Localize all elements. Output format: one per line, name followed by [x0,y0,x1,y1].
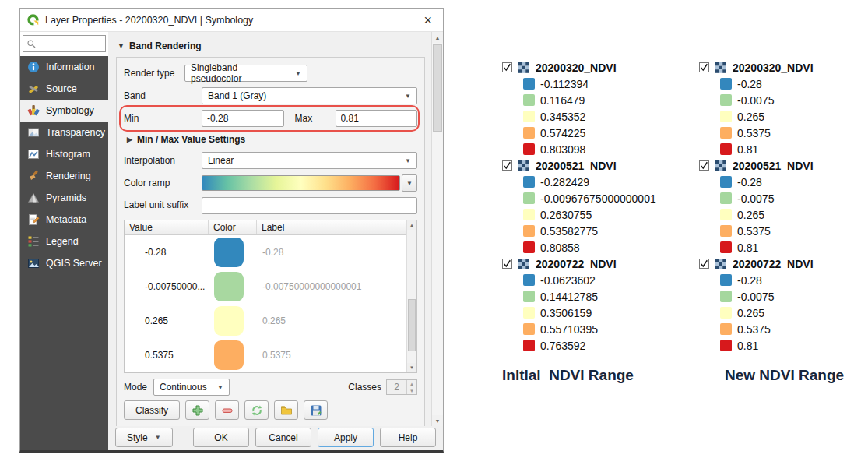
sidebar-item[interactable]: Metadata [20,209,108,231]
layer-header-row[interactable]: 20200521_NDVI [502,157,693,174]
layer-header-row[interactable]: 20200320_NDVI [502,59,693,76]
layer-name[interactable]: 20200722_NDVI [733,258,814,270]
save-color-map-button[interactable] [304,400,328,420]
class-value-label: 0.81 [737,143,758,156]
class-value-label: 0.53582775 [540,225,598,238]
checkmark-icon [503,161,511,170]
class-color-swatch [523,78,535,90]
search-input[interactable] [40,39,102,48]
color-swatch[interactable] [214,340,244,370]
class-color-swatch [523,176,535,188]
layer-header-row[interactable]: 20200722_NDVI [699,255,866,272]
sidebar-search[interactable] [23,35,106,52]
color-swatch[interactable] [214,272,244,301]
layer-visibility-checkbox[interactable] [502,160,512,171]
label-column-header[interactable]: Label [257,220,406,234]
color-swatch[interactable] [214,306,244,336]
help-button[interactable]: Help [380,428,436,447]
sidebar-item[interactable]: Transparency [20,122,108,143]
scrollbar-thumb[interactable] [408,299,416,351]
remove-class-button[interactable] [215,400,239,420]
color-ramp-bar[interactable] [202,175,400,191]
style-button[interactable]: Style ▼ [115,428,173,447]
sidebar-item[interactable]: Pyramids [20,187,108,209]
color-map-row[interactable]: 0.265 0.265 [125,304,406,338]
ok-button[interactable]: OK [193,428,249,447]
class-value-label: 0.763592 [540,340,585,352]
spinner-down-icon[interactable]: ▼ [407,387,416,394]
layer-name[interactable]: 20200521_NDVI [733,160,814,172]
reload-classes-button[interactable] [244,400,269,420]
add-class-button[interactable] [185,400,209,420]
legend-class-row: 0.53582775 [502,223,693,239]
layer-visibility-checkbox[interactable] [502,259,512,269]
layer-header-row[interactable]: 20200521_NDVI [699,157,866,174]
close-icon[interactable]: × [420,13,436,27]
class-value-label: -0.28 [737,78,762,90]
color-ramp-dropdown-button[interactable]: ▼ [402,174,417,192]
dialog-scrollbar[interactable]: ▲ ▼ [431,32,443,426]
apply-button[interactable]: Apply [318,428,374,447]
color-map-row[interactable]: -0.28 -0.28 [125,235,406,269]
color-map-row[interactable]: 0.5375 0.5375 [125,338,406,372]
table-scrollbar[interactable]: ▲ ▼ [406,220,416,372]
layer-visibility-checkbox[interactable] [699,160,709,171]
sidebar-item[interactable]: Source [20,78,108,100]
scroll-up-icon[interactable]: ▲ [432,32,443,43]
min-max-row: Min Max [124,110,417,127]
sidebar-item[interactable]: Rendering [20,165,108,187]
legend-class-row: 0.2630755 [502,206,693,223]
checkmark-icon [700,259,708,268]
layer-name[interactable]: 20200320_NDVI [536,62,617,74]
band-dropdown[interactable]: Band 1 (Gray) ▼ [202,87,417,104]
scroll-down-icon[interactable]: ▼ [407,363,416,372]
classify-button[interactable]: Classify [124,400,180,420]
info-icon [27,61,40,73]
band-rendering-header[interactable]: ▼ Band Rendering [118,41,425,51]
scroll-up-icon[interactable]: ▲ [407,220,416,230]
layer-header-row[interactable]: 20200722_NDVI [502,255,693,272]
sidebar-item-label: Rendering [46,171,91,181]
legend-class-row: 0.5375 [699,223,866,239]
sidebar-item[interactable]: Legend [20,231,108,252]
classes-spinner[interactable]: 2 ▲▼ [386,379,417,395]
layer-header-row[interactable]: 20200320_NDVI [699,59,866,76]
raster-layer-icon [715,160,727,172]
sidebar-item[interactable]: QGIS Server [20,252,108,274]
color-map-row[interactable]: -0.00750000... -0.00750000000000001 [125,269,406,304]
load-color-map-button[interactable] [274,400,298,420]
minmax-settings-header[interactable]: ▶ Min / Max Value Settings [127,134,417,145]
sidebar-item[interactable]: Histogram [20,143,108,165]
initial-range-caption: Initial NDVI Range [502,367,693,384]
sidebar-item[interactable]: Symbology [20,100,108,122]
layer-name[interactable]: 20200521_NDVI [536,160,617,172]
cancel-button[interactable]: Cancel [255,428,311,447]
layer-visibility-checkbox[interactable] [502,62,512,72]
raster-layer-icon [518,258,530,270]
layer-visibility-checkbox[interactable] [699,62,709,72]
mode-dropdown[interactable]: Continuous ▼ [153,379,230,396]
max-input[interactable] [336,110,418,127]
class-value-label: 0.14412785 [540,291,598,303]
color-column-header[interactable]: Color [209,220,257,234]
legend-class-row: 0.574225 [502,125,693,141]
label-unit-suffix-input[interactable] [202,197,417,214]
min-input[interactable] [202,110,284,127]
spinner-up-icon[interactable]: ▲ [407,380,416,387]
layer-group: 20200722_NDVI -0.28 -0.0075 0.265 [699,255,866,354]
layer-visibility-checkbox[interactable] [699,259,709,269]
layer-group: 20200521_NDVI -0.282429 -0.0096767500000… [502,157,693,255]
class-color-swatch [720,192,732,204]
scrollbar-thumb[interactable] [433,44,442,132]
color-swatch[interactable] [214,238,244,267]
render-type-dropdown[interactable]: Singleband pseudocolor ▼ [184,65,307,82]
scroll-down-icon[interactable]: ▼ [432,415,443,426]
layer-name[interactable]: 20200722_NDVI [536,258,617,270]
class-color-swatch [720,209,732,220]
sidebar-item[interactable]: Information [20,56,108,78]
value-column-header[interactable]: Value [125,220,209,234]
legend-class-row: 0.14412785 [502,288,693,305]
class-value-label: 0.5375 [737,323,771,336]
layer-name[interactable]: 20200320_NDVI [733,62,814,74]
interpolation-dropdown[interactable]: Linear ▼ [202,152,417,169]
